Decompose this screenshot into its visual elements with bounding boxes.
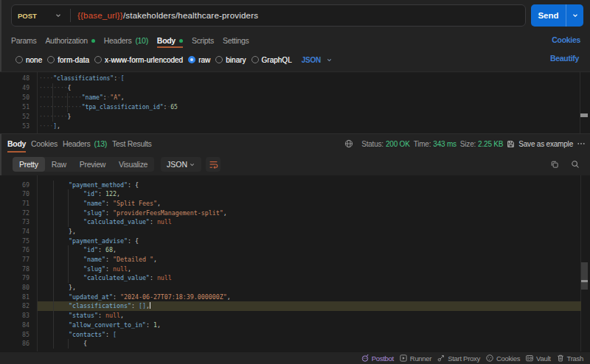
body-mode-x-www-form-urlencoded[interactable]: x-www-form-urlencoded: [94, 56, 183, 64]
line-number: 80: [0, 283, 30, 293]
code-token: "payment_advise": [69, 237, 128, 245]
radio-icon: [188, 56, 195, 63]
statusbar-label: Vault: [536, 354, 550, 363]
code-token: ,: [153, 256, 157, 263]
code-line-49: 49········{: [0, 83, 590, 93]
request-language-select[interactable]: JSON: [302, 56, 333, 64]
request-tab-headers[interactable]: Headers(10): [104, 33, 148, 48]
response-body-editor[interactable]: 69 "payment_method": {70 "id": 122,71 "n…: [0, 175, 590, 351]
network-globe-icon[interactable]: [344, 139, 353, 148]
cookies-link[interactable]: Cookies: [552, 35, 580, 44]
time-pair[interactable]: Time:343 ms: [414, 140, 457, 148]
url-input[interactable]: {{base_url}}/stakeholders/healthcare-pro…: [77, 5, 258, 26]
response-toolbar-right: [550, 157, 580, 172]
whitespace: [39, 331, 69, 338]
request-tab-body[interactable]: Body: [157, 33, 183, 48]
statusbar-label: Runner: [410, 354, 431, 363]
statusbar-postbot[interactable]: Postbot: [361, 354, 394, 363]
whitespace: [39, 312, 69, 319]
code-token: [: [113, 331, 117, 338]
statusbar-vault[interactable]: Vault: [525, 354, 550, 363]
code-token: ,: [157, 200, 161, 207]
time-value: 343 ms: [433, 140, 457, 148]
line-number: 75: [0, 237, 30, 246]
code-text: ····"classifications":·[: [39, 74, 125, 83]
response-tab-body[interactable]: Body: [7, 136, 26, 150]
whitespace: [39, 200, 83, 207]
radio-icon: [251, 56, 259, 63]
size-pair[interactable]: Size:2.25 KB: [460, 140, 503, 148]
view-preview[interactable]: Preview: [73, 157, 112, 172]
method-selector[interactable]: POST: [18, 5, 37, 26]
body-mode-none[interactable]: none: [15, 56, 42, 64]
code-text: "calculated_value": null: [39, 217, 172, 227]
save-as-example-button[interactable]: Save as example: [507, 140, 573, 148]
active-tab-underline: [157, 46, 183, 48]
response-tab-test-results[interactable]: Test Results: [112, 136, 152, 150]
code-token: :: [105, 200, 113, 207]
line-number: 78: [0, 265, 30, 274]
statusbar-cookies[interactable]: Cookies: [485, 354, 520, 363]
code-token: :: [113, 293, 120, 301]
chevron-down-icon: [326, 57, 333, 63]
request-tab-authorization[interactable]: Authorization: [45, 33, 94, 48]
response-language-select[interactable]: JSON: [161, 157, 201, 172]
request-tab-scripts[interactable]: Scripts: [192, 33, 214, 48]
whitespace: [39, 340, 83, 347]
whitespace: ····: [39, 123, 53, 130]
code-token: ,: [72, 284, 76, 291]
request-tab-params[interactable]: Params: [11, 33, 36, 48]
line-number: 82: [0, 301, 30, 311]
line-number: 48: [0, 74, 30, 83]
body-mode-form-data[interactable]: form-data: [47, 56, 89, 64]
send-label[interactable]: Send: [531, 4, 566, 27]
send-button[interactable]: Send: [531, 4, 583, 27]
request-body-editor[interactable]: 48····"classifications":·[49········{50·…: [0, 71, 590, 133]
statusbar-trash[interactable]: Trash: [556, 354, 583, 363]
copy-icon[interactable]: [550, 160, 559, 169]
code-text: "id": 68,: [39, 245, 117, 255]
code-token: :: [98, 246, 105, 253]
whitespace: [39, 218, 83, 225]
statusbar-runner[interactable]: Runner: [399, 354, 431, 363]
status-pair[interactable]: Status:200 OK: [361, 140, 409, 148]
more-options-icon[interactable]: [577, 139, 586, 148]
body-mode-graphql[interactable]: GraphQL: [251, 56, 292, 64]
line-number: 70: [0, 189, 30, 199]
search-icon[interactable]: [571, 160, 580, 169]
code-text: {: [39, 339, 87, 349]
beautify-link[interactable]: Beautify: [550, 54, 579, 63]
line-number: 83: [0, 311, 30, 321]
send-options-chevron-icon[interactable]: [566, 4, 583, 27]
active-tab-underline: [7, 151, 26, 153]
tab-label: Authorization: [45, 36, 87, 45]
mode-label: GraphQL: [262, 56, 292, 64]
request-tab-settings[interactable]: Settings: [223, 33, 249, 48]
url-input-box[interactable]: POST {{base_url}}/stakeholders/healthcar…: [11, 4, 526, 27]
body-mode-binary[interactable]: binary: [215, 56, 246, 64]
whitespace: [39, 274, 83, 281]
size-value: 2.25 KB: [478, 140, 503, 148]
statusbar-start-proxy[interactable]: Start Proxy: [437, 354, 480, 363]
code-line-77: 77 "name": "Detailed ",: [0, 255, 590, 265]
code-text: ············"name":·"A",: [39, 93, 125, 102]
whitespace: [39, 284, 69, 291]
response-tab-headers[interactable]: Headers(13): [63, 136, 107, 150]
code-token: :: [150, 274, 157, 281]
cookie-icon: [485, 354, 494, 363]
body-mode-raw[interactable]: raw: [188, 56, 210, 64]
tab-label: Cookies: [31, 139, 58, 148]
view-pretty[interactable]: Pretty: [13, 157, 45, 172]
body-mode-options: noneform-datax-www-form-urlencodedrawbin…: [15, 52, 333, 67]
wrap-lines-button[interactable]: [206, 157, 221, 172]
view-raw[interactable]: Raw: [45, 157, 73, 172]
view-visualize[interactable]: Visualize: [112, 157, 154, 172]
code-token: :: [98, 312, 105, 319]
mode-label: binary: [226, 56, 246, 64]
code-text: ········{: [39, 83, 71, 93]
response-tab-cookies[interactable]: Cookies: [31, 136, 58, 150]
line-number: 52: [0, 112, 30, 122]
code-text: "id": 122,: [39, 189, 120, 199]
code-text: },: [39, 283, 76, 293]
whitespace: [39, 321, 69, 329]
